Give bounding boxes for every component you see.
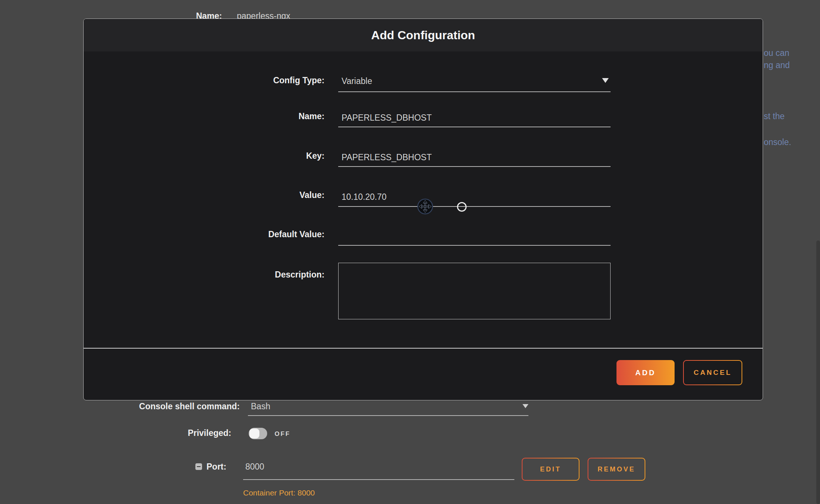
key-input[interactable] <box>338 148 611 167</box>
help-text-fragment: ng and <box>764 60 790 70</box>
dialog-header: Add Configuration <box>84 19 763 51</box>
chevron-down-icon <box>522 404 528 408</box>
description-textarea[interactable] <box>338 263 611 319</box>
chevron-down-icon <box>602 78 609 83</box>
console-shell-underline <box>248 415 528 416</box>
add-configuration-dialog: Add Configuration Config Type: Variable … <box>83 19 763 400</box>
config-type-select[interactable]: Variable <box>338 73 611 92</box>
default-value-label: Default Value: <box>239 229 325 239</box>
console-shell-select[interactable]: Bash <box>251 401 270 411</box>
name-input[interactable] <box>338 109 611 127</box>
cancel-button[interactable]: CANCEL <box>683 360 742 385</box>
description-label: Description: <box>239 270 325 280</box>
console-shell-label: Console shell command: <box>93 401 240 411</box>
remove-button[interactable]: REMOVE <box>588 458 645 481</box>
scrollbar-thumb[interactable] <box>816 241 820 504</box>
key-label: Key: <box>239 151 325 161</box>
default-value-input[interactable] <box>338 226 611 246</box>
privileged-state: OFF <box>275 430 290 438</box>
config-type-value: Variable <box>342 76 372 86</box>
privileged-label: Privileged: <box>148 428 231 438</box>
port-label: Port: <box>206 462 226 472</box>
dialog-title: Add Configuration <box>371 28 475 42</box>
click-indicator-icon <box>457 202 467 212</box>
config-type-label: Config Type: <box>239 75 325 85</box>
name-label: Name: <box>239 111 325 121</box>
port-underline <box>243 479 514 480</box>
help-text-fragment: onsole. <box>764 137 791 147</box>
help-text-fragment: st the <box>764 111 784 121</box>
toggle-knob-icon <box>249 429 259 439</box>
privileged-toggle[interactable] <box>249 428 267 439</box>
value-input[interactable] <box>338 188 611 207</box>
collapse-minus-icon[interactable] <box>195 463 202 470</box>
help-text-fragment: ou can <box>764 48 789 58</box>
page: Name: paperless-ngx ou can ng and st the… <box>0 0 820 504</box>
move-cursor-icon <box>417 198 433 215</box>
edit-button[interactable]: EDIT <box>522 458 579 481</box>
port-value[interactable]: 8000 <box>245 462 264 472</box>
container-port-text: Container Port: 8000 <box>243 488 315 497</box>
add-button[interactable]: ADD <box>616 360 675 385</box>
value-label: Value: <box>239 190 325 200</box>
